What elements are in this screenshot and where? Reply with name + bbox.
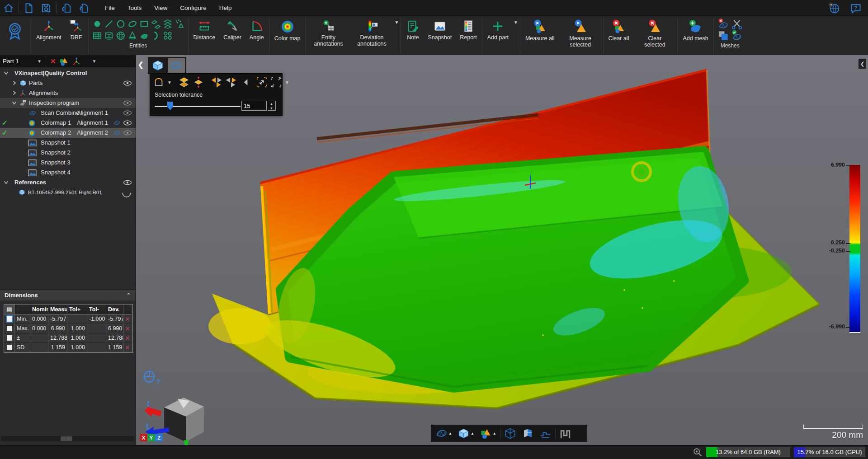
export-button[interactable] <box>75 1 92 15</box>
table-row[interactable] <box>4 333 15 343</box>
shrink-selection-button[interactable] <box>269 75 283 89</box>
delete-row-icon[interactable]: ✕ <box>123 314 132 324</box>
tree-item-colormap-1[interactable]: ✓ Colormap 1 Alignment 1 <box>0 118 136 128</box>
tree-item-snapshot-1[interactable]: Snapshot 1 <box>0 138 136 148</box>
validate-mesh-button[interactable] <box>730 29 744 42</box>
home-button[interactable] <box>0 1 17 15</box>
menu-configure[interactable]: Configure <box>174 0 213 16</box>
deviation-annotations-button[interactable]: Deviation annotations <box>350 16 394 48</box>
tab-mesh-view[interactable] <box>168 58 185 73</box>
viewport-3d[interactable]: ❮ ▼ ▼ Selection tolerance <box>136 55 868 445</box>
row-checkbox[interactable] <box>7 316 12 322</box>
caret-up-icon[interactable]: ▲ <box>448 431 452 436</box>
spinner-down-icon[interactable]: ▼ <box>268 106 275 110</box>
row-checkbox[interactable] <box>7 326 12 331</box>
entity-line-button[interactable] <box>103 18 115 30</box>
add-part-dropdown-button[interactable]: ▼ <box>513 16 519 28</box>
entity-pattern-button[interactable] <box>162 30 174 42</box>
spinner-up-icon[interactable]: ▲ <box>268 101 275 106</box>
eye-icon[interactable] <box>123 180 132 185</box>
scrollbar-thumb[interactable]: ⋮⋮ <box>61 436 72 441</box>
caret-up-icon[interactable]: ▲ <box>493 431 496 436</box>
tree-item-snapshot-2[interactable]: Snapshot 2 <box>0 148 136 158</box>
alignment-button[interactable]: Alignment <box>32 16 66 42</box>
entity-plane-button[interactable] <box>150 18 162 30</box>
entity-cone-button[interactable] <box>127 30 138 42</box>
menu-tools[interactable]: Tools <box>121 0 148 16</box>
entity-slab-button[interactable] <box>162 18 174 30</box>
panel-horizontal-scrollbar[interactable]: ⋮⋮ <box>1 436 134 441</box>
through-selection-button[interactable] <box>177 75 191 89</box>
annotations-dropdown-button[interactable]: ▼ <box>394 16 400 28</box>
reference-collapse-arc[interactable] <box>122 193 131 197</box>
language-button[interactable] <box>826 1 843 15</box>
selection-more-caret[interactable]: ▼ <box>284 79 290 86</box>
eye-icon[interactable] <box>123 80 132 86</box>
clear-selected-button[interactable]: Clear selected <box>633 16 676 49</box>
flip-selection-button[interactable] <box>224 75 238 89</box>
merge-mesh-button[interactable] <box>717 29 730 42</box>
col-nominal[interactable]: Nomir <box>30 304 48 314</box>
entity-cylinder-button[interactable] <box>103 30 115 42</box>
measure-all-button[interactable]: Measure all <box>521 16 559 42</box>
chevron-down-icon[interactable] <box>12 100 17 105</box>
clear-all-button[interactable]: Clear all <box>604 16 633 42</box>
table-row[interactable] <box>4 343 15 352</box>
report-button[interactable]: Report <box>456 16 481 42</box>
caret-up-icon[interactable]: ▲ <box>471 431 474 436</box>
dimensions-header[interactable]: Dimensions ⌃ <box>0 289 135 300</box>
row-checkbox[interactable] <box>7 335 12 341</box>
measure-selected-button[interactable]: Measure selected <box>559 16 602 49</box>
delete-row-icon[interactable]: ✕ <box>123 343 132 352</box>
tree-root-row[interactable]: VXinspect|Quality Control <box>0 68 136 78</box>
delete-row-icon[interactable]: ✕ <box>123 324 132 333</box>
col-tol-minus[interactable]: Tol- <box>87 304 106 314</box>
entity-point-button[interactable] <box>91 18 103 30</box>
histogram-button[interactable] <box>557 426 573 440</box>
snapshot-button[interactable]: Snapshot <box>424 16 456 42</box>
col-tol-plus[interactable]: Tol+ <box>67 304 87 314</box>
entity-rectangle-button[interactable] <box>138 18 150 30</box>
menu-file[interactable]: File <box>99 0 121 16</box>
entity-annotations-button[interactable]: Entity annotations <box>307 16 350 48</box>
part-selector[interactable]: Part 1 <box>3 58 19 65</box>
part-selector-caret[interactable]: ▼ <box>37 59 42 64</box>
thickness-selection-button[interactable] <box>192 75 205 89</box>
tree-references-row[interactable]: References <box>0 178 136 187</box>
chevron-right-icon[interactable] <box>12 90 17 95</box>
tree-item-inspection-program[interactable]: Inspection program <box>0 98 136 108</box>
table-row[interactable] <box>4 324 15 333</box>
tree-item-alignments[interactable]: Alignments <box>0 88 136 98</box>
table-row[interactable] <box>4 314 15 324</box>
lasso-selection-button[interactable] <box>152 75 165 89</box>
tree-item-parts[interactable]: Parts <box>0 78 136 88</box>
mesh-overlay-icon[interactable] <box>113 129 121 136</box>
row-selector-icon[interactable]: ▤ <box>4 304 15 314</box>
eye-icon[interactable] <box>123 100 132 106</box>
entity-grid-button[interactable] <box>91 30 103 42</box>
slider-thumb[interactable] <box>167 102 173 110</box>
entities-filter-icon[interactable] <box>59 56 69 66</box>
help-button[interactable] <box>847 1 864 15</box>
distance-button[interactable]: Distance <box>189 16 220 42</box>
eye-icon[interactable] <box>123 120 132 126</box>
tree-item-colormap-2[interactable]: ✓ Colormap 2 Alignment 2 <box>0 128 136 138</box>
caliper-button[interactable]: Caliper <box>219 16 245 42</box>
color-map-button[interactable]: Color map <box>270 16 305 42</box>
delete-entities-icon[interactable]: ✕ <box>50 57 56 66</box>
entity-sphere-button[interactable] <box>115 30 127 42</box>
drf-button[interactable]: DRF <box>66 16 87 42</box>
entity-circle-button[interactable] <box>115 18 127 30</box>
invert-selection-button[interactable] <box>242 76 254 88</box>
lasso-dropdown-caret[interactable]: ▼ <box>166 79 173 86</box>
entity-slot-button[interactable] <box>127 18 138 30</box>
delete-row-icon[interactable]: ✕ <box>123 333 132 343</box>
cross-section-button[interactable] <box>538 426 553 440</box>
grow-selection-button[interactable] <box>255 75 269 89</box>
surface-view-button[interactable] <box>520 426 536 440</box>
mouse-help-icon[interactable]: ? <box>142 370 160 386</box>
add-mesh-button[interactable]: Add mesh <box>679 16 712 42</box>
tree-item-snapshot-4[interactable]: Snapshot 4 <box>0 168 136 178</box>
panel-collapse-left-icon[interactable]: ❮ <box>138 61 144 69</box>
tree-item-reference-part[interactable]: BT-105452-999-2501 Right-R01 <box>0 187 136 197</box>
